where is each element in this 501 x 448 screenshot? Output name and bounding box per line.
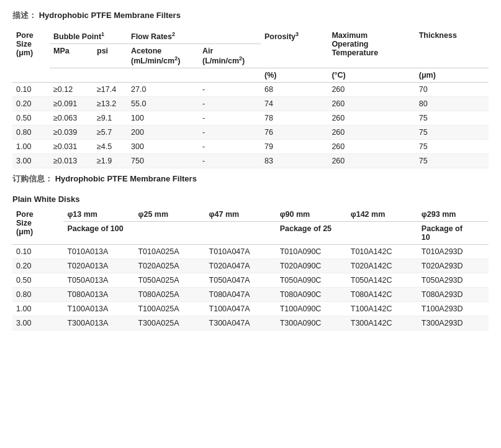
order-cell-phi90: T010A090C (276, 245, 347, 259)
order-cell-phi47: T080A047A (205, 288, 276, 302)
cell-air: - (199, 154, 261, 168)
table-row: 0.50 T050A013A T050A025A T050A047A T050A… (12, 273, 489, 288)
cell-porosity: 68 (261, 83, 328, 97)
order-cell-phi47: T020A047A (205, 259, 276, 273)
header-max-temp: MaximumOperatingTemperature (328, 29, 415, 68)
cell-max-temp: 260 (328, 111, 415, 126)
cell-pore: 0.80 (12, 126, 50, 140)
cell-psi: ≥1.9 (93, 154, 127, 168)
order-header-pkg25: Package of 25 (276, 222, 418, 245)
order-cell-phi90: T100A090C (276, 302, 347, 316)
order-cell-pore: 0.80 (12, 288, 63, 302)
cell-air: - (199, 126, 261, 140)
table-row: 1.00 ≥0.031 ≥4.5 300 - 79 260 75 (12, 140, 489, 154)
cell-air: - (199, 140, 261, 154)
order-cell-phi13: T080A013A (63, 288, 134, 302)
order-cell-phi25: T050A025A (134, 273, 205, 288)
header-flow-rates: Flow Rates2 (127, 29, 261, 44)
order-cell-phi13: T100A013A (63, 302, 134, 316)
order-header-phi25: φ25 mm (134, 208, 205, 222)
cell-acetone: 750 (127, 154, 199, 168)
properties-table: PoreSize(μm) Bubble Point1 Flow Rates2 P… (12, 29, 489, 168)
order-cell-phi47: T300A047A (205, 316, 276, 331)
order-cell-phi13: T020A013A (63, 259, 134, 273)
cell-air: - (199, 97, 261, 111)
cell-max-temp: 260 (328, 140, 415, 154)
table-row: 3.00 T300A013A T300A025A T300A047A T300A… (12, 316, 489, 331)
order-cell-phi90: T080A090C (276, 288, 347, 302)
order-cell-phi47: T010A047A (205, 245, 276, 259)
cell-acetone: 27.0 (127, 83, 199, 97)
order-cell-phi25: T020A025A (134, 259, 205, 273)
cell-mpa: ≥0.091 (50, 97, 93, 111)
order-cell-phi142: T100A142C (347, 302, 418, 316)
cell-air: - (199, 111, 261, 126)
order-cell-phi25: T300A025A (134, 316, 205, 331)
cell-acetone: 55.0 (127, 97, 199, 111)
cell-porosity: 76 (261, 126, 328, 140)
order-cell-phi293: T010A293D (418, 245, 489, 259)
cell-max-temp: 260 (328, 83, 415, 97)
cell-pore: 0.50 (12, 111, 50, 126)
order-header-phi47: φ47 mm (205, 208, 276, 222)
cell-porosity: 78 (261, 111, 328, 126)
order-cell-phi25: T010A025A (134, 245, 205, 259)
cell-mpa: ≥0.031 (50, 140, 93, 154)
header-thickness-unit: (μm) (415, 68, 489, 83)
order-cell-phi90: T300A090C (276, 316, 347, 331)
cell-psi: ≥13.2 (93, 97, 127, 111)
cell-max-temp: 260 (328, 154, 415, 168)
table-row: 0.50 ≥0.063 ≥9.1 100 - 78 260 75 (12, 111, 489, 126)
header-acetone: Acetone(mL/min/cm2) (127, 44, 199, 68)
order-cell-phi13: T010A013A (63, 245, 134, 259)
cell-acetone: 200 (127, 126, 199, 140)
table-row: 1.00 T100A013A T100A025A T100A047A T100A… (12, 302, 489, 316)
cell-porosity: 79 (261, 140, 328, 154)
order-cell-phi142: T020A142C (347, 259, 418, 273)
table-row: 0.20 ≥0.091 ≥13.2 55.0 - 74 260 80 (12, 97, 489, 111)
order-cell-pore: 1.00 (12, 302, 63, 316)
header-psi: psi (93, 44, 127, 68)
cell-thickness: 75 (415, 126, 489, 140)
ordering-table: PoreSize(μm) φ13 mm φ25 mm φ47 mm φ90 mm… (12, 208, 489, 331)
table-row: 3.00 ≥0.013 ≥1.9 750 - 83 260 75 (12, 154, 489, 168)
order-header-phi293: φ293 mm (418, 208, 489, 222)
header-mpa-unit (50, 68, 93, 83)
order-info-label: 订购信息： (12, 174, 53, 183)
order-cell-pore: 0.20 (12, 259, 63, 273)
cell-porosity: 83 (261, 154, 328, 168)
order-info-value: Hydrophobic PTFE Membrane Filters (55, 174, 197, 183)
order-header-phi142: φ142 mm (347, 208, 418, 222)
header-thickness: Thickness (415, 29, 489, 68)
header-porosity-pct: (%) (261, 68, 328, 83)
cell-psi: ≥9.1 (93, 111, 127, 126)
order-cell-phi142: T010A142C (347, 245, 418, 259)
cell-thickness: 75 (415, 111, 489, 126)
cell-pore: 1.00 (12, 140, 50, 154)
cell-pore: 3.00 (12, 154, 50, 168)
order-cell-phi25: T100A025A (134, 302, 205, 316)
order-cell-phi13: T050A013A (63, 273, 134, 288)
order-header-phi13: φ13 mm (63, 208, 134, 222)
cell-max-temp: 260 (328, 126, 415, 140)
cell-max-temp: 260 (328, 97, 415, 111)
cell-pore: 0.10 (12, 83, 50, 97)
cell-acetone: 300 (127, 140, 199, 154)
table-row: 0.80 ≥0.039 ≥5.7 200 - 76 260 75 (12, 126, 489, 140)
cell-psi: ≥4.5 (93, 140, 127, 154)
order-cell-phi293: T050A293D (418, 273, 489, 288)
table-row: 0.80 T080A013A T080A025A T080A047A T080A… (12, 288, 489, 302)
cell-acetone: 100 (127, 111, 199, 126)
cell-thickness: 75 (415, 154, 489, 168)
order-cell-phi25: T080A025A (134, 288, 205, 302)
order-cell-phi142: T080A142C (347, 288, 418, 302)
order-header-phi90: φ90 mm (276, 208, 347, 222)
order-cell-phi293: T020A293D (418, 259, 489, 273)
cell-psi: ≥17.4 (93, 83, 127, 97)
table-row: 0.10 T010A013A T010A025A T010A047A T010A… (12, 245, 489, 259)
header-psi-unit (93, 68, 127, 83)
description-label: 描述： (12, 11, 37, 20)
order-cell-phi13: T300A013A (63, 316, 134, 331)
header-air: Air(L/min/cm2) (199, 44, 261, 68)
header-pore-size: PoreSize(μm) (12, 29, 50, 83)
